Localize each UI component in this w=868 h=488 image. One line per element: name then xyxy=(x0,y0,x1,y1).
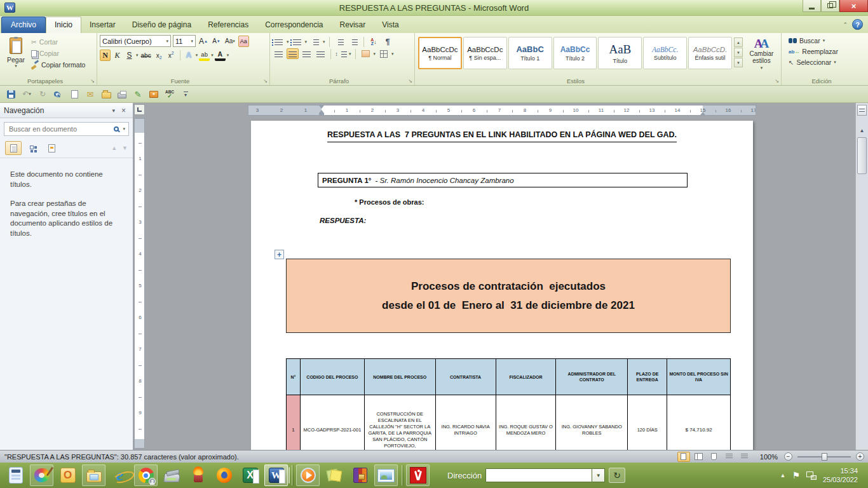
copy-button[interactable]: Copiar xyxy=(29,49,87,58)
new-document-button[interactable] xyxy=(69,88,80,100)
bold-button[interactable]: N xyxy=(100,50,111,61)
underline-button[interactable]: S xyxy=(124,50,135,61)
change-styles-button[interactable]: AA Cambiar estilos ▾ xyxy=(744,35,779,76)
taskbar-winrar[interactable] xyxy=(348,464,372,486)
text-effects-button[interactable]: A xyxy=(184,50,194,61)
line-spacing-button[interactable]: ↕ xyxy=(335,48,347,59)
subscript-button[interactable]: x xyxy=(154,50,165,61)
vertical-scrollbar[interactable]: ▲ xyxy=(855,103,868,450)
ruler-toggle-button[interactable] xyxy=(857,105,867,116)
style-enfasis-sutil[interactable]: AaBbCcD. Énfasis sutil xyxy=(688,37,732,69)
scroll-up-button[interactable]: ▲ xyxy=(857,126,867,135)
underline-dropdown-icon[interactable]: ▾ xyxy=(136,53,139,58)
multilevel-list-button[interactable] xyxy=(309,36,321,47)
style-sin-espaciado[interactable]: AaBbCcDc ¶ Sin espa... xyxy=(463,37,507,69)
nav-search-box[interactable]: ▾ xyxy=(4,122,129,136)
tab-revisar[interactable]: Revisar xyxy=(332,17,374,33)
align-right-button[interactable] xyxy=(301,48,313,59)
taskbar-calculator[interactable] xyxy=(4,464,27,486)
style-subtitulo[interactable]: AaBbCc. Subtítulo xyxy=(643,37,687,69)
tab-archivo[interactable]: Archivo xyxy=(1,17,46,33)
replace-button[interactable]: ab↔ Reemplazar xyxy=(787,47,866,56)
first-line-indent-marker[interactable] xyxy=(319,105,324,109)
tab-inicio[interactable]: Inicio xyxy=(46,17,81,33)
italic-button[interactable]: K xyxy=(112,50,123,61)
format-painter-button[interactable]: Copiar formato xyxy=(29,60,87,69)
tab-selector-button[interactable] xyxy=(134,104,145,115)
estilos-dialog-launcher[interactable]: ↘ xyxy=(775,78,779,84)
cut-button[interactable]: ✂ Cortar xyxy=(29,37,87,46)
bullet-list-button[interactable] xyxy=(273,36,285,47)
word-count-status[interactable]: "RESPUESTA A LAS PREGUNTAS": 30.857 cara… xyxy=(0,453,677,461)
paste-dropdown-icon[interactable]: ▾ xyxy=(15,64,17,69)
nav-tab-results[interactable] xyxy=(43,141,60,155)
print-preview-button[interactable] xyxy=(53,88,64,100)
taskbar-word[interactable]: W xyxy=(264,464,288,486)
paste-button[interactable]: Pegar ▾ xyxy=(3,35,29,76)
taskbar-firefox[interactable] xyxy=(212,464,236,486)
style-titulo-2[interactable]: AaBbCc Título 2 xyxy=(553,37,597,69)
borders-button[interactable] xyxy=(377,48,390,59)
numbered-list-button[interactable] xyxy=(291,36,303,47)
tab-correspondencia[interactable]: Correspondencia xyxy=(257,17,331,33)
spelling-button[interactable]: ABC✓ xyxy=(164,88,175,100)
nav-tab-pages[interactable] xyxy=(24,141,41,155)
address-dropdown-icon[interactable]: ▼ xyxy=(592,468,605,482)
document-page[interactable]: RESPUESTA A LAS 7 PREGUNTAS EN EL LINK H… xyxy=(251,121,753,450)
minimize-button[interactable] xyxy=(803,0,821,12)
taskbar-scanner[interactable] xyxy=(160,464,184,486)
change-case-button[interactable]: Aa▾ xyxy=(224,36,236,47)
grow-font-button[interactable]: A▲ xyxy=(198,36,209,47)
highlight-button[interactable]: ab xyxy=(199,50,210,61)
quick-print-button[interactable] xyxy=(116,88,128,100)
scrollbar-thumb[interactable] xyxy=(857,137,867,174)
restore-button[interactable] xyxy=(821,0,839,12)
styles-scroll-up[interactable]: ▲ xyxy=(734,37,743,47)
zoom-out-button[interactable]: − xyxy=(784,452,792,461)
taskbar-outlook[interactable]: O xyxy=(56,464,79,486)
clear-formatting-button[interactable]: Aa xyxy=(238,36,249,47)
taskbar-burn-tool[interactable] xyxy=(186,464,210,486)
find-button[interactable]: Buscar▾ xyxy=(787,36,866,45)
right-indent-marker[interactable] xyxy=(700,112,705,115)
taskbar-file-explorer[interactable] xyxy=(82,464,105,486)
align-center-button[interactable] xyxy=(287,48,299,59)
taskbar-photo-viewer[interactable] xyxy=(374,464,398,486)
search-icon[interactable] xyxy=(114,126,119,132)
select-button[interactable]: ↖ Seleccionar▾ xyxy=(787,58,866,67)
tray-expand-icon[interactable]: ▲ xyxy=(780,472,785,478)
address-input[interactable] xyxy=(485,468,592,482)
save-button[interactable] xyxy=(5,88,17,100)
taskbar-internet-explorer[interactable]: e xyxy=(108,464,132,486)
taskbar-chrome[interactable] xyxy=(134,464,158,486)
font-color-button[interactable]: A xyxy=(215,50,226,61)
nav-pane-menu-icon[interactable]: ▾ xyxy=(109,107,118,114)
fuente-dialog-launcher[interactable]: ↘ xyxy=(263,78,268,84)
taskbar-clock[interactable]: 15:34 25/03/2022 xyxy=(823,466,858,484)
style-titulo[interactable]: AaB Título xyxy=(598,37,642,69)
network-icon[interactable] xyxy=(806,471,817,480)
taskbar-excel[interactable]: X xyxy=(238,464,262,486)
close-button[interactable]: × xyxy=(839,0,868,12)
style-normal[interactable]: AaBbCcDc ¶ Normal xyxy=(418,37,462,69)
print-layout-view-button[interactable] xyxy=(677,452,690,462)
qat-more-button[interactable]: ▾ xyxy=(180,88,191,100)
taskbar-media-player[interactable] xyxy=(296,464,320,486)
zoom-slider-thumb[interactable] xyxy=(822,453,827,461)
taskbar-drafting-app[interactable] xyxy=(406,464,430,486)
tab-insertar[interactable]: Insertar xyxy=(81,17,124,33)
taskbar-sticky-notes[interactable] xyxy=(322,464,346,486)
outline-view-button[interactable] xyxy=(723,452,736,462)
font-name-select[interactable]: Calibri (Cuerpo)▾ xyxy=(100,35,171,47)
zoom-level[interactable]: 100% xyxy=(760,453,778,461)
collapse-ribbon-icon[interactable]: ⌃ xyxy=(843,22,848,28)
shrink-font-button[interactable]: A▼ xyxy=(211,36,222,47)
open-button[interactable] xyxy=(100,88,112,100)
web-layout-view-button[interactable] xyxy=(708,452,721,462)
strikethrough-button[interactable]: abc xyxy=(140,50,153,61)
styles-gallery-more[interactable]: ▼ xyxy=(734,58,743,67)
zoom-slider[interactable] xyxy=(797,456,851,458)
email-button[interactable]: ✉ xyxy=(85,88,96,100)
edit-button[interactable]: ✎ xyxy=(132,88,144,100)
align-left-button[interactable] xyxy=(273,48,285,59)
